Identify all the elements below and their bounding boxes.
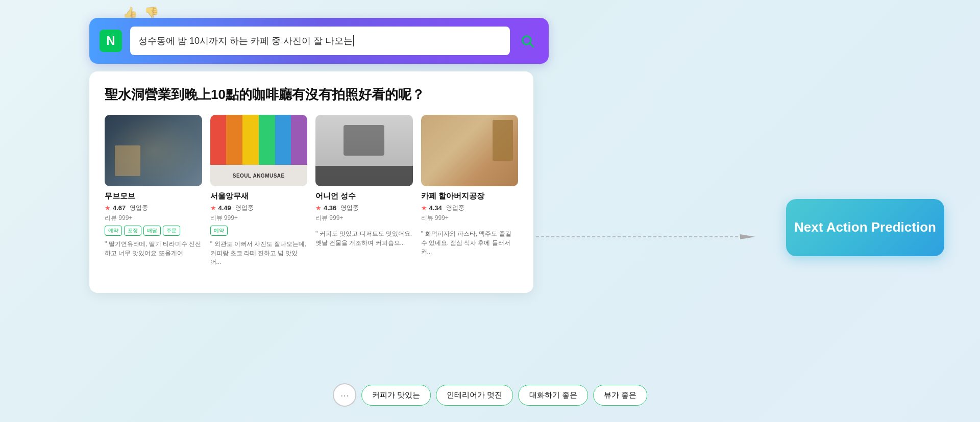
cafe-review-2: " 외관도 이뻐서 사진도 잘나오는데, 커피랑 초코 라떼 진하고 넘 맛있어… <box>210 239 308 266</box>
review-count-3: 리뷰 999+ <box>315 214 413 222</box>
cafe-review-3: " 커피도 맛있고 디저트도 맛있어요. 옛날 건물을 개조하여 커피숍으... <box>315 229 413 247</box>
main-card-title: 聖水洞營業到晚上10點的咖啡廳有沒有拍照好看的呢？ <box>105 86 518 104</box>
main-results-card: 聖水洞營業到晚上10點的咖啡廳有沒有拍照好看的呢？ 무브모브 ★ 4.67 영업… <box>89 71 533 293</box>
arrow-line <box>536 232 755 242</box>
cafe-name-2: 서울앙무새 <box>210 191 308 201</box>
tag-pill-3[interactable]: 뷰가 좋은 <box>593 385 647 406</box>
search-input-field[interactable]: 성수동에 밤 10시까지 하는 카페 중 사진이 잘 나오는 <box>130 27 510 55</box>
review-count-2: 리뷰 999+ <box>210 214 308 222</box>
review-count-4: 리뷰 999+ <box>421 214 519 222</box>
cafe-image-1 <box>105 115 202 186</box>
rating-num-1: 4.67 <box>113 204 126 212</box>
naver-logo: N <box>100 30 122 52</box>
cafe-card-4[interactable]: 카페 할아버지공장 ★ 4.34 영업중 리뷰 999+ " 화덕피자와 파스타… <box>421 115 519 266</box>
tag-pill-1[interactable]: 인테리어가 멋진 <box>436 385 513 406</box>
svg-marker-3 <box>740 234 755 239</box>
tag-pill-2[interactable]: 대화하기 좋은 <box>519 385 588 406</box>
search-button[interactable] <box>516 30 538 52</box>
badge-reservation-1[interactable]: 예약 <box>105 226 122 236</box>
cafe-rating-row-3: ★ 4.36 영업중 <box>315 204 413 212</box>
cursor <box>353 35 354 46</box>
cafe-review-1: " 딸기연유라떼, 딸기 티라미수 신선하고 너무 맛있어요 또올게여 <box>105 239 202 258</box>
search-bar-container: N 성수동에 밤 10시까지 하는 카페 중 사진이 잘 나오는 <box>89 18 549 64</box>
open-badge-4: 영업중 <box>446 204 464 212</box>
cafe-img-2-text: SEOUL ANGMUSAE <box>210 165 308 186</box>
cafe-rating-row-2: ★ 4.49 영업중 <box>210 204 308 212</box>
search-query-text: 성수동에 밤 10시까지 하는 카페 중 사진이 잘 나오는 <box>138 35 353 47</box>
action-badges-2: 예약 <box>210 226 308 236</box>
badge-order-1[interactable]: 주문 <box>163 226 180 236</box>
cafe-rating-row-4: ★ 4.34 영업중 <box>421 204 519 212</box>
svg-line-1 <box>530 43 533 46</box>
cafe-img-2-colors <box>210 115 308 165</box>
cafe-name-3: 어니언 성수 <box>315 191 413 201</box>
cafe-card-2[interactable]: SEOUL ANGMUSAE 서울앙무새 ★ 4.49 영업중 리뷰 999+ … <box>210 115 308 266</box>
open-badge-1: 영업중 <box>130 204 148 212</box>
star-icon-2: ★ <box>210 204 216 212</box>
rating-num-4: 4.34 <box>429 204 442 212</box>
cafe-review-4: " 화덕피자와 파스타, 맥주도 즐길 수 있네요. 점심 식사 후에 들러서 … <box>421 229 519 256</box>
cafe-card-1[interactable]: 무브모브 ★ 4.67 영업중 리뷰 999+ 예약 포장 배달 주문 " 딸기… <box>105 115 202 266</box>
open-badge-3: 영업중 <box>340 204 359 212</box>
badge-reservation-2[interactable]: 예약 <box>210 226 228 236</box>
open-badge-2: 영업중 <box>235 204 254 212</box>
badge-delivery-1[interactable]: 배달 <box>143 226 161 236</box>
cafe-name-1: 무브모브 <box>105 191 202 201</box>
review-count-1: 리뷰 999+ <box>105 214 202 222</box>
star-icon-1: ★ <box>105 204 111 212</box>
star-icon-4: ★ <box>421 204 427 212</box>
bottom-tags-area: ··· 커피가 맛있는 인테리어가 멋진 대화하기 좋은 뷰가 좋은 <box>333 383 647 407</box>
cafe-rating-row-1: ★ 4.67 영업중 <box>105 204 202 212</box>
rating-num-2: 4.49 <box>218 204 231 212</box>
badge-takeout-1[interactable]: 포장 <box>124 226 141 236</box>
cafe-image-2: SEOUL ANGMUSAE <box>210 115 308 186</box>
cafe-name-4: 카페 할아버지공장 <box>421 191 519 201</box>
next-action-label: Next Action Prediction <box>794 219 936 236</box>
tag-pill-0[interactable]: 커피가 맛있는 <box>361 385 431 406</box>
cafe-image-3 <box>315 115 413 186</box>
action-badges-1: 예약 포장 배달 주문 <box>105 226 202 236</box>
rating-num-3: 4.36 <box>324 204 336 212</box>
cafe-grid: 무브모브 ★ 4.67 영업중 리뷰 999+ 예약 포장 배달 주문 " 딸기… <box>105 115 518 266</box>
chat-icon[interactable]: ··· <box>333 383 356 407</box>
cafe-card-3[interactable]: 어니언 성수 ★ 4.36 영업중 리뷰 999+ " 커피도 맛있고 디저트도… <box>315 115 413 266</box>
cafe-image-4 <box>421 115 519 186</box>
star-icon-3: ★ <box>315 204 322 212</box>
next-action-button[interactable]: Next Action Prediction <box>786 199 944 256</box>
